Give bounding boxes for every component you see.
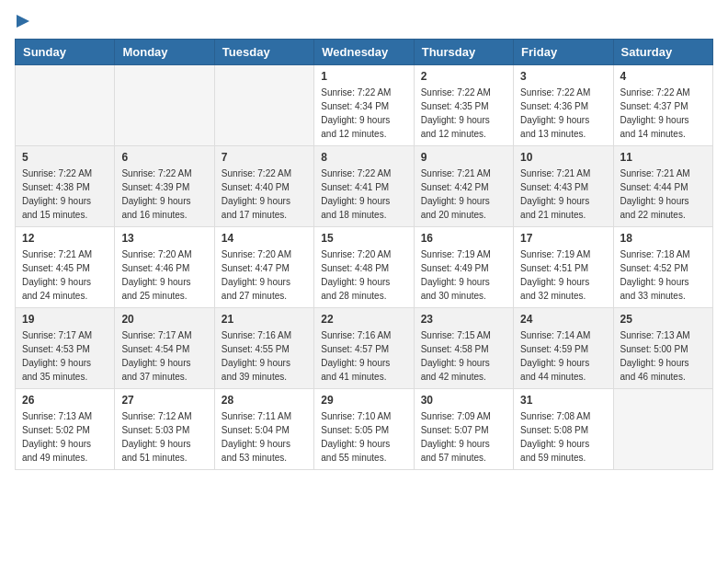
calendar-cell: 9Sunrise: 7:21 AM Sunset: 4:42 PM Daylig…: [414, 146, 513, 227]
calendar-cell: 19Sunrise: 7:17 AM Sunset: 4:53 PM Dayli…: [16, 308, 115, 389]
day-info: Sunrise: 7:22 AM Sunset: 4:34 PM Dayligh…: [321, 86, 406, 141]
day-info: Sunrise: 7:11 AM Sunset: 5:04 PM Dayligh…: [222, 409, 307, 465]
calendar-cell: 14Sunrise: 7:20 AM Sunset: 4:47 PM Dayli…: [214, 227, 313, 308]
day-number: 27: [121, 394, 207, 407]
calendar-cell: 6Sunrise: 7:22 AM Sunset: 4:39 PM Daylig…: [115, 146, 214, 227]
day-number: 8: [321, 151, 406, 164]
day-number: 6: [121, 151, 207, 164]
calendar-cell: [115, 65, 214, 146]
calendar-cell: 7Sunrise: 7:22 AM Sunset: 4:40 PM Daylig…: [214, 146, 313, 227]
day-info: Sunrise: 7:10 AM Sunset: 5:05 PM Dayligh…: [321, 409, 406, 465]
day-info: Sunrise: 7:22 AM Sunset: 4:38 PM Dayligh…: [22, 167, 108, 222]
day-number: 21: [222, 313, 307, 326]
calendar-cell: 31Sunrise: 7:08 AM Sunset: 5:08 PM Dayli…: [514, 389, 613, 470]
calendar-cell: 22Sunrise: 7:16 AM Sunset: 4:57 PM Dayli…: [314, 308, 414, 389]
calendar-cell: 23Sunrise: 7:15 AM Sunset: 4:58 PM Dayli…: [414, 308, 513, 389]
day-info: Sunrise: 7:12 AM Sunset: 5:03 PM Dayligh…: [121, 409, 207, 465]
day-number: 15: [321, 232, 406, 245]
day-number: 25: [620, 313, 706, 326]
calendar-cell: 16Sunrise: 7:19 AM Sunset: 4:49 PM Dayli…: [414, 227, 513, 308]
day-number: 11: [620, 151, 706, 164]
calendar-week-4: 19Sunrise: 7:17 AM Sunset: 4:53 PM Dayli…: [16, 308, 713, 389]
day-info: Sunrise: 7:16 AM Sunset: 4:55 PM Dayligh…: [222, 328, 307, 384]
weekday-header-monday: Monday: [115, 40, 214, 65]
calendar-cell: 18Sunrise: 7:18 AM Sunset: 4:52 PM Dayli…: [613, 227, 712, 308]
calendar-week-3: 12Sunrise: 7:21 AM Sunset: 4:45 PM Dayli…: [16, 227, 713, 308]
day-number: 19: [22, 313, 108, 326]
weekday-header-friday: Friday: [514, 40, 613, 65]
calendar-week-5: 26Sunrise: 7:13 AM Sunset: 5:02 PM Dayli…: [16, 389, 713, 470]
day-number: 12: [22, 232, 108, 245]
weekday-header-sunday: Sunday: [16, 40, 115, 65]
day-number: 22: [321, 313, 406, 326]
calendar-week-1: 1Sunrise: 7:22 AM Sunset: 4:34 PM Daylig…: [16, 65, 713, 146]
day-number: 4: [620, 70, 706, 83]
svg-marker-0: [17, 15, 29, 28]
day-info: Sunrise: 7:14 AM Sunset: 4:59 PM Dayligh…: [520, 328, 606, 384]
calendar-cell: 11Sunrise: 7:21 AM Sunset: 4:44 PM Dayli…: [613, 146, 712, 227]
day-info: Sunrise: 7:20 AM Sunset: 4:47 PM Dayligh…: [222, 247, 307, 303]
day-number: 14: [222, 232, 307, 245]
calendar-cell: 26Sunrise: 7:13 AM Sunset: 5:02 PM Dayli…: [16, 389, 115, 470]
calendar-cell: [214, 65, 313, 146]
day-info: Sunrise: 7:22 AM Sunset: 4:35 PM Dayligh…: [421, 86, 506, 141]
day-number: 2: [421, 70, 506, 83]
calendar-cell: 1Sunrise: 7:22 AM Sunset: 4:34 PM Daylig…: [314, 65, 414, 146]
day-number: 24: [520, 313, 606, 326]
day-info: Sunrise: 7:18 AM Sunset: 4:52 PM Dayligh…: [620, 247, 706, 303]
day-number: 29: [321, 394, 406, 407]
calendar-cell: 10Sunrise: 7:21 AM Sunset: 4:43 PM Dayli…: [514, 146, 613, 227]
logo: [15, 15, 29, 28]
calendar-cell: 5Sunrise: 7:22 AM Sunset: 4:38 PM Daylig…: [16, 146, 115, 227]
day-info: Sunrise: 7:19 AM Sunset: 4:51 PM Dayligh…: [520, 247, 606, 303]
calendar-cell: 3Sunrise: 7:22 AM Sunset: 4:36 PM Daylig…: [514, 65, 613, 146]
day-info: Sunrise: 7:21 AM Sunset: 4:42 PM Dayligh…: [421, 167, 506, 222]
day-info: Sunrise: 7:17 AM Sunset: 4:54 PM Dayligh…: [121, 328, 207, 384]
weekday-header-row: SundayMondayTuesdayWednesdayThursdayFrid…: [16, 40, 713, 65]
calendar-table: SundayMondayTuesdayWednesdayThursdayFrid…: [15, 39, 713, 470]
day-info: Sunrise: 7:20 AM Sunset: 4:46 PM Dayligh…: [121, 247, 207, 303]
day-number: 13: [121, 232, 207, 245]
day-number: 9: [421, 151, 506, 164]
calendar-cell: 17Sunrise: 7:19 AM Sunset: 4:51 PM Dayli…: [514, 227, 613, 308]
day-number: 23: [421, 313, 506, 326]
page-header: [15, 15, 713, 28]
day-info: Sunrise: 7:09 AM Sunset: 5:07 PM Dayligh…: [421, 409, 506, 465]
day-info: Sunrise: 7:13 AM Sunset: 5:00 PM Dayligh…: [620, 328, 706, 384]
day-info: Sunrise: 7:22 AM Sunset: 4:41 PM Dayligh…: [321, 167, 406, 222]
calendar-cell: 12Sunrise: 7:21 AM Sunset: 4:45 PM Dayli…: [16, 227, 115, 308]
calendar-cell: 8Sunrise: 7:22 AM Sunset: 4:41 PM Daylig…: [314, 146, 414, 227]
day-number: 18: [620, 232, 706, 245]
day-info: Sunrise: 7:20 AM Sunset: 4:48 PM Dayligh…: [321, 247, 406, 303]
day-info: Sunrise: 7:22 AM Sunset: 4:37 PM Dayligh…: [620, 86, 706, 141]
day-number: 16: [421, 232, 506, 245]
day-info: Sunrise: 7:13 AM Sunset: 5:02 PM Dayligh…: [22, 409, 108, 465]
day-info: Sunrise: 7:19 AM Sunset: 4:49 PM Dayligh…: [421, 247, 506, 303]
day-info: Sunrise: 7:22 AM Sunset: 4:36 PM Dayligh…: [520, 86, 606, 141]
weekday-header-tuesday: Tuesday: [214, 40, 313, 65]
day-number: 5: [22, 151, 108, 164]
day-number: 26: [22, 394, 108, 407]
day-info: Sunrise: 7:22 AM Sunset: 4:39 PM Dayligh…: [121, 167, 207, 222]
day-info: Sunrise: 7:08 AM Sunset: 5:08 PM Dayligh…: [520, 409, 606, 465]
day-info: Sunrise: 7:21 AM Sunset: 4:44 PM Dayligh…: [620, 167, 706, 222]
day-number: 7: [222, 151, 307, 164]
calendar-cell: 15Sunrise: 7:20 AM Sunset: 4:48 PM Dayli…: [314, 227, 414, 308]
day-number: 17: [520, 232, 606, 245]
day-info: Sunrise: 7:15 AM Sunset: 4:58 PM Dayligh…: [421, 328, 506, 384]
calendar-cell: 28Sunrise: 7:11 AM Sunset: 5:04 PM Dayli…: [214, 389, 313, 470]
calendar-cell: [16, 65, 115, 146]
calendar-cell: 24Sunrise: 7:14 AM Sunset: 4:59 PM Dayli…: [514, 308, 613, 389]
day-number: 10: [520, 151, 606, 164]
day-number: 30: [421, 394, 506, 407]
day-info: Sunrise: 7:17 AM Sunset: 4:53 PM Dayligh…: [22, 328, 108, 384]
calendar-cell: 21Sunrise: 7:16 AM Sunset: 4:55 PM Dayli…: [214, 308, 313, 389]
day-info: Sunrise: 7:16 AM Sunset: 4:57 PM Dayligh…: [321, 328, 406, 384]
calendar-cell: 30Sunrise: 7:09 AM Sunset: 5:07 PM Dayli…: [414, 389, 513, 470]
weekday-header-wednesday: Wednesday: [314, 40, 414, 65]
day-number: 20: [121, 313, 207, 326]
weekday-header-thursday: Thursday: [414, 40, 513, 65]
day-info: Sunrise: 7:22 AM Sunset: 4:40 PM Dayligh…: [222, 167, 307, 222]
calendar-cell: [613, 389, 712, 470]
calendar-cell: 2Sunrise: 7:22 AM Sunset: 4:35 PM Daylig…: [414, 65, 513, 146]
